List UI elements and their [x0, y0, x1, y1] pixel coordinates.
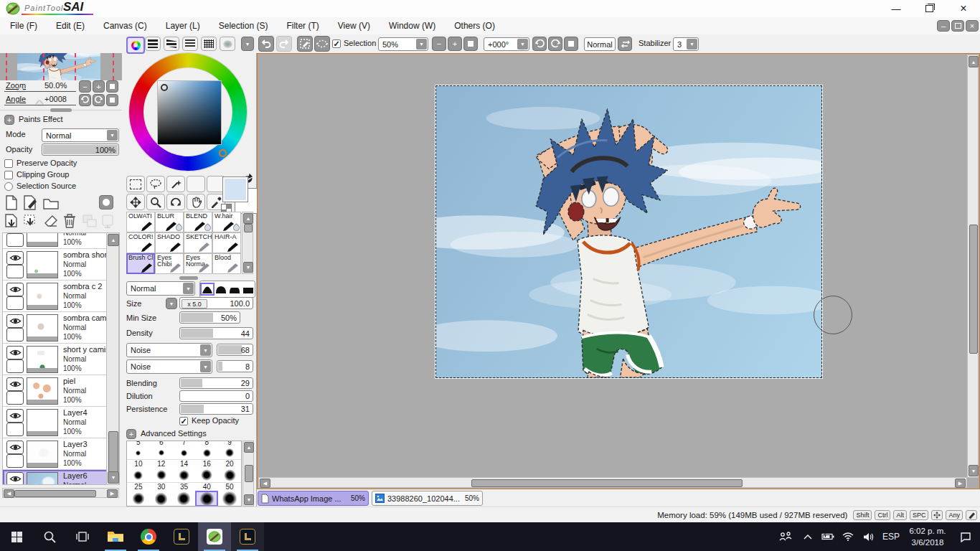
brush-eyes-norma[interactable]: Eyes Norma [184, 253, 212, 274]
layer-row[interactable]: sombra short Normal 100% [3, 249, 119, 281]
layer-visibility-toggle[interactable] [6, 346, 24, 359]
chevron-down-icon[interactable]: ▼ [517, 39, 528, 50]
layer-mode-dropdown[interactable]: Normal▼ [42, 128, 119, 142]
mdi-minimize-button[interactable]: – [937, 20, 950, 32]
scroll-down-button[interactable]: ▼ [108, 471, 119, 484]
scroll-down-button[interactable]: ▼ [969, 465, 979, 476]
texture2-strength-slider[interactable]: 8 [217, 360, 253, 372]
menu-window[interactable]: Window (W) [389, 21, 435, 31]
scrollbar-thumb[interactable] [245, 465, 253, 482]
paints-effect-expand-button[interactable]: + [4, 115, 14, 125]
search-icon[interactable] [33, 522, 66, 551]
layer-extra-checkbox[interactable] [6, 359, 24, 373]
language-indicator[interactable]: ESP [878, 532, 904, 542]
layer-row-partial[interactable]: Normal 100% [3, 232, 119, 249]
transfer-down-button[interactable] [4, 214, 19, 230]
zoom-slider[interactable] [4, 91, 76, 92]
new-linework-layer-button[interactable] [23, 195, 39, 211]
dilution-slider[interactable]: 0 [179, 390, 253, 402]
layer-extra-checkbox[interactable] [6, 328, 24, 342]
brush-shape-round[interactable] [215, 284, 227, 294]
clock[interactable]: 6:02 p. m. 3/6/2018 [904, 525, 951, 548]
scroll-up-button[interactable]: ▲ [243, 213, 253, 224]
min-size-slider[interactable]: 50% [179, 311, 240, 324]
layer-extra-checkbox[interactable] [6, 265, 24, 278]
brush-shadow[interactable]: SHADO [155, 232, 184, 253]
size-dot[interactable] [127, 491, 150, 507]
foreground-color-swatch[interactable] [222, 176, 248, 202]
layer-row[interactable]: Layer4 Normal 100% [3, 407, 119, 438]
start-button[interactable] [0, 522, 33, 551]
layer-visibility-toggle[interactable] [6, 409, 24, 423]
layer-row[interactable]: Layer3 Normal 100% [3, 438, 119, 470]
size-dot[interactable] [150, 446, 173, 459]
clipping-group-checkbox[interactable] [4, 171, 13, 179]
chevron-down-icon[interactable]: ▼ [687, 39, 697, 50]
layer-list-scrollbar[interactable]: ▲ ▼ [106, 232, 119, 485]
scrollbar-thumb[interactable] [969, 225, 978, 354]
window-minimize-button[interactable]: — [884, 1, 908, 17]
zoom-slider-handle[interactable] [17, 87, 24, 91]
nav-rotate-cw-button[interactable] [93, 94, 105, 106]
brush-shape-soft-selected[interactable] [202, 284, 213, 294]
density-slider[interactable]: 44 [179, 327, 253, 339]
swatches-tab[interactable] [201, 37, 217, 51]
scroll-left-button[interactable]: ◀ [4, 489, 14, 498]
redo-button[interactable] [276, 36, 292, 52]
size-dot[interactable] [173, 468, 196, 482]
layer-row[interactable]: sombra c 2 Normal 100% [3, 281, 119, 312]
brush-shape-square[interactable] [242, 284, 254, 294]
rotate-ccw-button[interactable] [532, 37, 547, 51]
size-dot[interactable] [150, 491, 173, 507]
clear-layer-button[interactable] [43, 214, 59, 228]
rotate-canvas-tool[interactable] [166, 194, 185, 210]
nav-rotate-ccw-button[interactable] [79, 94, 91, 106]
texture2-dropdown[interactable]: Noise▼ [126, 359, 212, 374]
menu-selection[interactable]: Selection (S) [219, 21, 268, 31]
undo-button[interactable] [258, 36, 274, 52]
selection-checkbox[interactable]: ✓ [332, 39, 341, 48]
scroll-left-button[interactable]: ◀ [260, 479, 270, 488]
hand-tool[interactable] [187, 194, 205, 210]
mixed-slider-tab[interactable] [182, 37, 198, 51]
menu-file[interactable]: File (F) [10, 21, 37, 31]
canvas-hscrollbar[interactable]: ◀ ▶ [258, 477, 967, 488]
preserve-opacity-checkbox[interactable] [4, 159, 13, 168]
brush-eyes-chibi[interactable]: Eyes Chibi [155, 253, 184, 274]
brush-brush-cl-selected[interactable]: Brush Cl [126, 253, 155, 274]
brush-size-slider[interactable]: x 5.0 100.0 [179, 297, 253, 309]
saturation-value-square[interactable] [157, 80, 222, 145]
scrollbar-thumb[interactable] [14, 490, 96, 497]
chevron-down-icon[interactable]: ▼ [416, 39, 427, 50]
layer-visibility-toggle[interactable] [6, 472, 24, 485]
delete-layer-button[interactable] [63, 213, 76, 229]
menu-edit[interactable]: Edit (E) [56, 21, 85, 31]
people-icon[interactable] [773, 532, 798, 542]
size-dot[interactable] [218, 446, 241, 459]
scroll-up-button[interactable]: ▲ [969, 56, 979, 67]
layer-row-selected[interactable]: Layer6 Normal 100% [3, 470, 119, 485]
layer-extra-checkbox[interactable] [6, 391, 24, 405]
canvas-vscrollbar[interactable]: ▲ ▼ [967, 55, 979, 478]
layer-list-hscrollbar[interactable]: ◀ ▶ [2, 488, 119, 498]
rgb-slider-tab[interactable] [145, 37, 161, 51]
mdi-restore-button[interactable] [951, 20, 964, 32]
move-tool[interactable] [126, 194, 145, 210]
wifi-icon[interactable] [838, 532, 858, 541]
league-of-legends-icon[interactable] [231, 522, 264, 551]
empty-tool-slot[interactable] [187, 176, 205, 192]
menu-view[interactable]: View (V) [338, 21, 370, 31]
advanced-settings-expand-button[interactable]: + [126, 429, 136, 439]
tray-expand-chevron-icon[interactable] [798, 534, 818, 540]
color-panel-menu-button[interactable]: ▼ [241, 37, 254, 51]
layer-extra-checkbox[interactable] [6, 296, 24, 310]
zoom-in-button[interactable]: + [448, 37, 462, 51]
chevron-down-icon[interactable]: ▼ [200, 344, 211, 356]
lasso-tool[interactable] [146, 176, 165, 192]
battery-icon[interactable] [818, 533, 838, 540]
selection-source-radio[interactable] [4, 182, 13, 191]
brush-shape-flat[interactable] [229, 284, 240, 294]
canvas[interactable] [435, 85, 822, 378]
layer-visibility-toggle[interactable] [6, 314, 24, 328]
ctrl-key-indicator[interactable]: Ctrl [875, 510, 890, 520]
